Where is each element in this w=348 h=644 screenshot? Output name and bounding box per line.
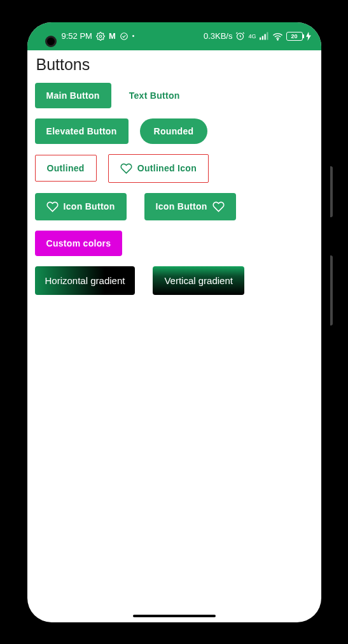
outlined-icon-button[interactable]: Outlined Icon [108,154,209,183]
vertical-gradient-button[interactable]: Vertical gradient [153,266,244,295]
status-time: 9:52 PM [62,31,92,41]
heart-icon [46,201,59,213]
alarm-icon [235,31,245,41]
charging-icon [306,32,311,41]
app-icon: M [109,31,116,41]
outlined-icon-label: Outlined Icon [137,163,197,173]
circle-icon [120,32,129,41]
heart-icon [212,201,225,213]
page-title: Buttons [36,55,314,74]
svg-rect-4 [261,36,263,40]
svg-rect-5 [264,34,265,40]
dot-icon: • [132,32,135,39]
svg-rect-3 [260,38,261,40]
status-bar: 9:52 PM M • 0.3KB/s 4G 20 [27,22,321,50]
icon-button-left-label: Icon Button [64,201,115,211]
icon-button-left[interactable]: Icon Button [35,193,127,220]
text-button[interactable]: Text Button [123,83,186,108]
svg-point-0 [99,35,102,38]
outlined-button[interactable]: Outlined [35,155,97,182]
network-4g-icon: 4G [248,33,256,39]
main-button[interactable]: Main Button [35,83,111,108]
svg-point-7 [277,39,277,39]
data-rate: 0.3KB/s [204,31,233,41]
battery-icon: 20 [286,32,303,41]
icon-button-right-label: Icon Button [156,201,207,211]
custom-colors-button[interactable]: Custom colors [35,231,123,256]
main-content: Buttons Main Button Text Button Elevated… [27,50,321,310]
signal-icon [260,32,269,40]
gear-icon [96,32,105,41]
horizontal-gradient-button[interactable]: Horizontal gradient [35,266,136,295]
home-indicator[interactable] [133,615,216,617]
svg-point-1 [121,32,128,39]
camera-cutout [45,36,57,47]
icon-button-right[interactable]: Icon Button [144,193,236,220]
wifi-icon [272,32,283,41]
elevated-button[interactable]: Elevated Button [35,118,129,144]
heart-icon [120,162,132,175]
rounded-button[interactable]: Rounded [140,118,208,144]
svg-rect-6 [267,32,268,40]
